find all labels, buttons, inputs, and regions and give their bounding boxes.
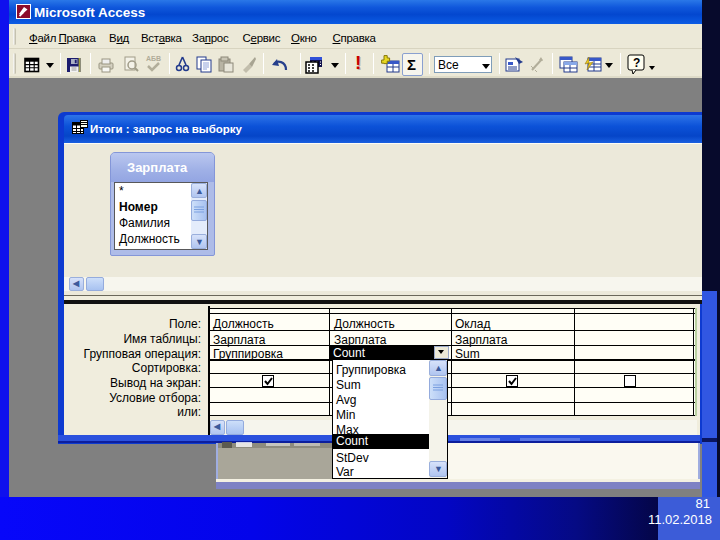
svg-text:?: ? bbox=[633, 56, 640, 70]
